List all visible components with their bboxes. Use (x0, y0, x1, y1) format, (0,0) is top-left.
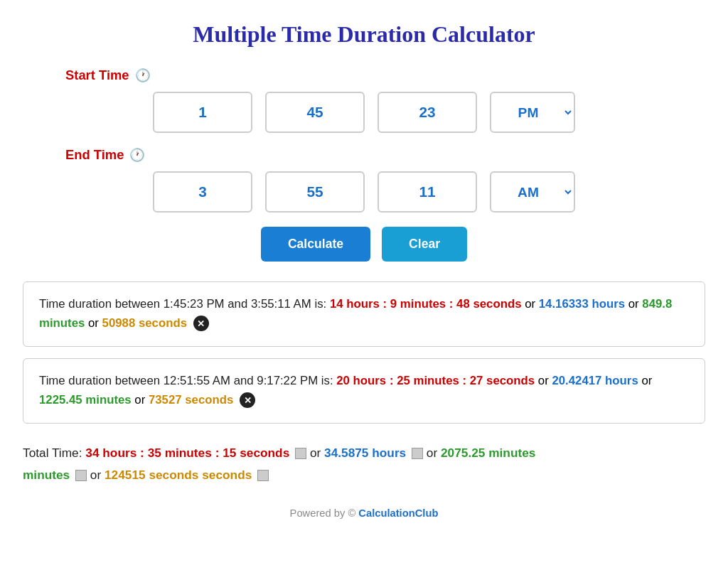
result-2-or2: or (641, 374, 652, 387)
page-title: Multiple Time Duration Calculator (23, 21, 705, 48)
end-ampm-select[interactable]: AM PM (490, 171, 575, 213)
start-minutes-input[interactable] (265, 92, 365, 133)
result-2-or1: or (538, 374, 552, 387)
end-time-text: End Time (65, 147, 124, 163)
end-seconds-input[interactable] (378, 171, 477, 213)
result-2-colon1: : (390, 374, 397, 387)
total-seconds-alt: 124515 seconds (105, 468, 198, 482)
result-1-hours: 14 hours (330, 297, 380, 311)
calculate-button[interactable]: Calculate (261, 227, 370, 262)
end-hours-input[interactable] (153, 171, 252, 213)
clear-button[interactable]: Clear (382, 227, 467, 262)
start-time-label: Start Time 🕐 (65, 68, 705, 83)
result-2-colon2: : (462, 374, 469, 387)
result-2-minutes: 25 minutes (397, 374, 459, 387)
result-2-hours: 20 hours (336, 374, 386, 387)
total-minutes-unit: minutes (23, 468, 70, 482)
total-seconds-unit: seconds (202, 468, 252, 482)
result-2-minutes-alt: 1225.45 minutes (39, 393, 132, 407)
result-2-seconds-alt: 73527 seconds (149, 393, 233, 407)
footer: Powered by © CalculationClub (23, 507, 705, 519)
start-ampm-select[interactable]: AM PM (490, 92, 575, 133)
result-box-2: Time duration between 12:51:55 AM and 9:… (23, 358, 705, 424)
result-1-or3: or (88, 316, 102, 330)
footer-text: Powered by © (290, 507, 359, 519)
result-1-colon2: : (449, 297, 456, 311)
total-minutes: 35 minutes (148, 446, 212, 460)
start-hours-input[interactable] (153, 92, 252, 133)
result-1-or2: or (628, 297, 643, 311)
total-or3: or (90, 468, 105, 482)
result-1-seconds: 48 seconds (456, 297, 521, 311)
result-box-1: Time duration between 1:45:23 PM and 3:5… (23, 281, 705, 347)
start-seconds-input[interactable] (378, 92, 477, 133)
result-2-decimal-hours: 20.42417 hours (552, 374, 638, 387)
total-copy-minutes-icon[interactable] (75, 470, 87, 481)
end-time-row: AM PM (23, 171, 705, 213)
result-1-decimal-hours: 14.16333 hours (539, 297, 625, 311)
total-hours: 34 hours (85, 446, 136, 460)
total-copy-seconds-alt-icon[interactable] (257, 470, 269, 481)
total-copy-seconds-icon[interactable] (295, 448, 306, 459)
total-label: Total Time: (23, 446, 82, 460)
total-or2: or (427, 446, 441, 460)
result-2-close-button[interactable]: ✕ (240, 392, 255, 408)
result-1-close-button[interactable]: ✕ (193, 316, 209, 331)
total-decimal-hours: 34.5875 hours (324, 446, 406, 460)
buttons-row: Calculate Clear (23, 227, 705, 262)
total-colon2: : (215, 446, 223, 460)
total-colon1: : (140, 446, 148, 460)
total-copy-hours-icon[interactable] (412, 448, 423, 459)
start-time-row: AM PM (23, 92, 705, 133)
start-time-text: Start Time (65, 68, 129, 83)
result-1-text-before: Time duration between 1:45:23 PM and 3:5… (39, 297, 326, 311)
start-clock-icon: 🕐 (135, 68, 151, 83)
result-1-colon1: : (383, 297, 390, 311)
total-or1: or (310, 446, 324, 460)
end-clock-icon: 🕐 (129, 148, 145, 163)
result-2-or3: or (134, 393, 149, 407)
result-1-minutes: 9 minutes (390, 297, 446, 311)
total-minutes-alt: 2075.25 minutes (441, 446, 535, 460)
result-2-seconds: 27 seconds (470, 374, 535, 387)
total-seconds: 15 seconds (223, 446, 289, 460)
end-time-label: End Time 🕐 (65, 147, 705, 163)
result-1-or1: or (525, 297, 539, 311)
total-section: Total Time: 34 hours : 35 minutes : 15 s… (23, 435, 705, 486)
result-2-text-before: Time duration between 12:51:55 AM and 9:… (39, 374, 333, 387)
result-1-seconds-alt: 50988 seconds (102, 316, 187, 330)
end-minutes-input[interactable] (265, 171, 365, 213)
footer-link[interactable]: CalculationClub (358, 507, 438, 519)
